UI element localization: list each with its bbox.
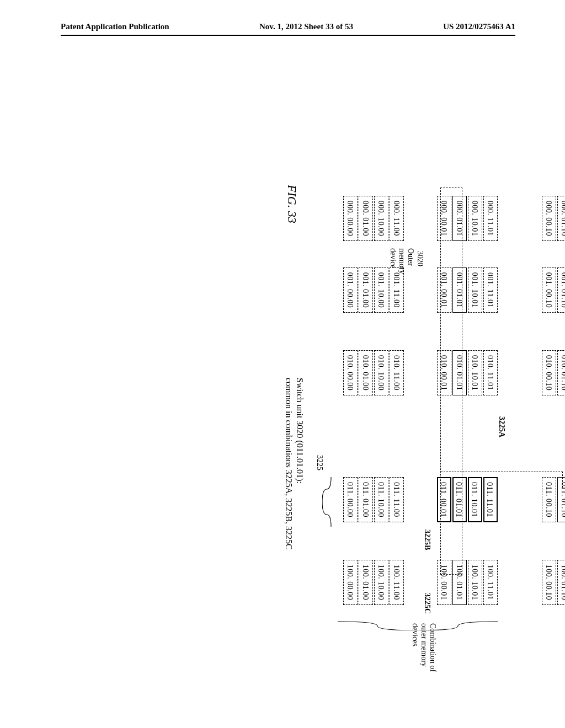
block-2: 100. 11.00100. 10.00100. 01.00100. 00.00 — [342, 560, 404, 605]
figure-33-diagram: 000. 11.10000. 10.10000. 01.10000. 00.10… — [0, 196, 565, 648]
block-2: 000. 11.00000. 10.00000. 01.00000. 00.00 — [342, 196, 404, 241]
cell-100-0000: 100. 00.00 — [343, 560, 358, 605]
cell-011-1100: 011. 11.00 — [390, 477, 404, 522]
combination-label: Combination of outer memory devices — [411, 623, 437, 684]
block-0: 001. 11.10001. 10.10001. 01.10001. 00.10 — [541, 267, 565, 313]
cell-000-0000: 000. 00.00 — [343, 196, 358, 241]
group-3225A-conn — [441, 472, 563, 488]
cell-010-0110: 010. 01.10 — [557, 350, 565, 395]
ref-3225B: 3225B — [423, 529, 431, 550]
cell-001-1000: 001. 10.00 — [374, 267, 388, 313]
cell-000-1001: 000. 10.01 — [468, 196, 482, 241]
ref-3225C: 3225C — [423, 593, 431, 614]
block-0: 100. 11.10100. 10.10100. 01.10100. 00.10 — [541, 560, 565, 605]
header-center: Nov. 1, 2012 Sheet 33 of 53 — [259, 22, 353, 31]
cell-100-0010: 100. 00.10 — [542, 560, 556, 605]
block-0: 000. 11.10000. 10.10000. 01.10000. 00.10 — [541, 196, 565, 241]
cell-010-0000: 010. 00.00 — [343, 350, 358, 395]
cell-000-1000: 000. 10.00 — [374, 196, 388, 241]
brace-right-combo — [338, 620, 498, 630]
cell-010-1101: 010. 11.01 — [483, 350, 498, 395]
cell-000-0010: 000. 00.10 — [542, 196, 556, 241]
header-rule — [61, 35, 515, 36]
group-3225A-hline — [440, 188, 462, 575]
cell-000-0100: 000. 01.00 — [359, 196, 373, 241]
cell-100-1101: 100. 11.01 — [483, 560, 498, 605]
cell-001-1001: 001. 10.01 — [468, 267, 482, 313]
cell-010-1000: 010. 10.00 — [374, 350, 388, 395]
header-left: Patent Application Publication — [61, 22, 169, 31]
cell-001-0110: 001. 01.10 — [557, 267, 565, 313]
cell-100-1100: 100. 11.00 — [390, 560, 404, 605]
ref-3225A: 3225A — [497, 416, 506, 437]
cell-001-1101: 001. 11.01 — [483, 267, 498, 313]
block-2: 010. 11.00010. 10.00010. 01.00010. 00.00 — [342, 350, 404, 395]
cell-001-0100: 001. 01.00 — [359, 267, 373, 313]
cell-001-0010: 001. 00.10 — [542, 267, 556, 313]
cell-011-1000: 011. 10.00 — [374, 477, 388, 522]
cell-100-0100: 100. 01.00 — [359, 560, 373, 605]
cell-100-1000: 100. 10.00 — [374, 560, 388, 605]
cell-000-1100: 000. 11.00 — [390, 196, 404, 241]
brace-bottom-left — [322, 477, 332, 527]
cell-010-1001: 010. 10.01 — [468, 350, 482, 395]
cell-010-1100: 010. 11.00 — [390, 350, 404, 395]
ref-3020-bottomleft: 3020 — [415, 251, 424, 266]
cell-000-1101: 000. 11.01 — [483, 196, 498, 241]
header-right: US 2012/0275463 A1 — [443, 22, 515, 31]
cell-011-0100: 011. 01.00 — [359, 477, 373, 522]
cell-100-0110: 100. 01.10 — [557, 560, 565, 605]
cell-010-0010: 010. 00.10 — [542, 350, 556, 395]
block-2: 011. 11.00011. 10.00011. 01.00011. 00.00 — [342, 477, 404, 522]
caption-line1: Switch unit 3020 (011.01.01): — [295, 378, 305, 484]
cell-100-1001: 100. 10.01 — [468, 560, 482, 605]
outer-memory-device-2: Outer memory device — [388, 248, 415, 292]
cell-011-0000: 011. 00.00 — [343, 477, 358, 522]
cell-001-0000: 001. 00.00 — [343, 267, 358, 313]
figure-label: FIG. 33 — [285, 185, 299, 223]
caption-line2: common in combinations 3225A, 3225B, 322… — [284, 378, 294, 550]
ref-3225-bottom: 3225 — [315, 455, 324, 470]
cell-000-0110: 000. 01.10 — [557, 196, 565, 241]
cell-010-0100: 010. 01.00 — [359, 350, 373, 395]
block-0: 010. 11.10010. 10.10010. 01.10010. 00.10 — [541, 350, 565, 395]
